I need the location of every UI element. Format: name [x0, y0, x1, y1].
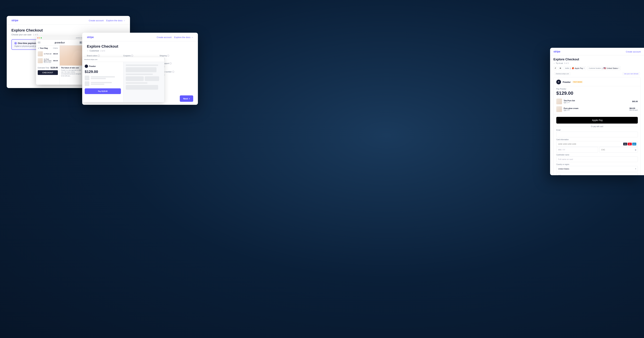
domain-pill-right[interactable]: Use your own domain: [622, 72, 640, 75]
country-select-wrapper: United States: [556, 166, 638, 172]
customize-back-link[interactable]: Customize 2 of 3: [87, 50, 193, 52]
payment-item-qty-1: Qty 1 ✕: [564, 102, 630, 104]
dot-yellow: [39, 38, 40, 38]
window1-title: Explore Checkout: [12, 28, 125, 32]
checkout-preview-right: [123, 62, 164, 102]
domain-pill-left: checkout.stripe.com: [554, 72, 570, 75]
checkout-preview-panel: checkout.stripe.com Powdur $129.00: [82, 57, 164, 102]
country-select[interactable]: United States: [556, 166, 638, 172]
form-line-5: [145, 76, 159, 81]
tax-support-info[interactable]: i: [170, 62, 172, 64]
payment-item-name-1: The Pure Set: [564, 100, 630, 102]
explore-docs-link-w2[interactable]: Explore the docs: [174, 36, 193, 38]
next-button-w2[interactable]: Next: [180, 96, 193, 102]
payment-item-img-2: [556, 106, 562, 112]
brand-colors-info[interactable]: i: [98, 55, 100, 57]
dot-red: [38, 38, 38, 38]
checkout-item-lines-2: [91, 82, 121, 85]
checkout-item-img-1: [85, 76, 90, 80]
expiry-input[interactable]: [556, 147, 598, 152]
cvc-input[interactable]: [600, 149, 635, 151]
cardholder-input[interactable]: [556, 156, 638, 162]
cart-total-value: $129.00: [51, 66, 58, 69]
create-account-link-w3[interactable]: Create account: [626, 50, 641, 53]
payment-item-price-2: $64.00: [630, 107, 638, 109]
shipping-info[interactable]: i: [167, 55, 169, 57]
payment-item-details-1: The Pure Set Qty 1 ✕: [564, 100, 630, 104]
window3-header: stripe Create account: [550, 48, 644, 55]
create-account-link-w1[interactable]: Create account: [89, 19, 104, 22]
payment-form-section: Email Card information VISA MC AMEX ▣: [554, 129, 640, 175]
country-value: United States: [607, 67, 618, 69]
payment-panel: P Powdur TEST MODE Pay Powdur $129.00 Th…: [554, 77, 641, 175]
create-account-link-w2[interactable]: Create account: [157, 36, 172, 38]
checkout-brand: Powdur: [85, 64, 121, 68]
cart-item-info-1: 1x Pure set: [44, 53, 52, 55]
checkout-preview-content: Powdur $129.00 Pay $129.00: [82, 62, 164, 102]
payment-item-qty-2: Qty 2 ✕: [564, 109, 628, 111]
checkout-preview-left: Powdur $129.00 Pay $129.00: [82, 62, 123, 102]
store-nav: powdur: [36, 40, 84, 46]
visa-icon: VISA: [623, 143, 627, 145]
toolbar-sep2: |: [602, 67, 602, 69]
wallet-dropdown[interactable]: Wallet | 🍎 Apple Pay: [564, 66, 586, 70]
tax-support-row: Tax support i: [160, 62, 193, 69]
form-line-7: [126, 85, 158, 90]
cart-section: ✕ Your Bag 3 Items 1x Pure set $65.00 2x…: [36, 46, 60, 85]
coupons-info[interactable]: i: [131, 55, 133, 57]
explore-docs-link-w1[interactable]: Explore the docs: [106, 19, 125, 22]
tax-support-value: [160, 65, 193, 68]
form-row: [126, 76, 162, 82]
store-product-title: The future of skin care: [61, 67, 82, 69]
apple-pay-button[interactable]: Apple Pay: [556, 117, 638, 124]
cardholder-label: Cardholder name: [556, 154, 638, 156]
dot-green: [41, 38, 42, 38]
payment-item-row-2: Pure glow cream Qty 2 ✕ $64.00 $32.00 ea…: [556, 105, 638, 113]
header-links-w1: Create account Explore the docs: [89, 19, 125, 22]
payment-item-details-2: Pure glow cream Qty 2 ✕: [564, 107, 628, 111]
one-time-label: One-time payments: [18, 42, 38, 44]
form-line-6: [126, 82, 148, 84]
toolbar-devices-icon[interactable]: ⊞: [558, 66, 562, 70]
store-product-desc: Powdur is a new approach to skin care. W…: [61, 69, 82, 77]
card-info-label: Card information: [556, 139, 638, 140]
payment-item-price-1: $65.00: [632, 100, 638, 102]
payment-items-list: The Pure Set Qty 1 ✕ $65.00 Pure glow cr…: [554, 98, 640, 115]
cart-title: Your Bag: [40, 47, 48, 49]
or-divider: Or pay with card: [554, 126, 640, 128]
store-checkout-button[interactable]: CHECKOUT: [38, 70, 58, 75]
email-input[interactable]: [556, 132, 638, 137]
toolbar-refresh-icon[interactable]: ↺: [554, 66, 557, 70]
cart-total-row: Estimated Total $129.00: [38, 66, 58, 69]
apple-pay-label: Apple Pay: [592, 119, 603, 122]
wallet-label: Wallet: [565, 68, 569, 69]
cart-item-img-2: [38, 58, 43, 63]
window2-title: Explore Checkout: [87, 44, 193, 48]
checkout-pay-button[interactable]: Pay $129.00: [85, 88, 121, 94]
phone-number-row: Phone number i: [160, 71, 193, 77]
tax-support-label: Tax support i: [160, 62, 193, 64]
payment-header: P Powdur TEST MODE: [554, 77, 640, 86]
grid-icon[interactable]: [80, 42, 82, 44]
checkout-url: checkout.stripe.com: [84, 59, 98, 60]
menu-icon[interactable]: [38, 42, 40, 44]
cart-close-btn[interactable]: ✕: [38, 47, 39, 49]
stripe-logo-w1: stripe: [12, 19, 18, 22]
tryit-back-link[interactable]: Try it out 3 of 3: [554, 62, 641, 64]
phone-number-value: [160, 74, 193, 76]
pay-label: Pay Powdur: [554, 86, 640, 90]
location-dropdown[interactable]: Customer location | 🇺🇸 United States: [587, 66, 621, 70]
store-window: powdur.me powdur ✕ Your Ba: [36, 36, 84, 85]
expiry-cvc-row: ▣: [556, 147, 638, 152]
window1-header: stripe Create account Explore the docs: [7, 16, 130, 24]
store-product-image: [60, 46, 84, 66]
store-url: powdur.me: [76, 37, 82, 38]
toolbar-sep: |: [570, 67, 571, 69]
zip-input[interactable]: [556, 173, 638, 175]
country-label: Country or region: [556, 164, 638, 165]
wallet-value: Apple Pay: [575, 67, 583, 69]
phone-number-info[interactable]: i: [172, 71, 174, 73]
cart-item-price-2: $64.00: [53, 60, 58, 62]
phone-number-label: Phone number i: [160, 71, 193, 73]
card-number-input[interactable]: [556, 143, 623, 145]
